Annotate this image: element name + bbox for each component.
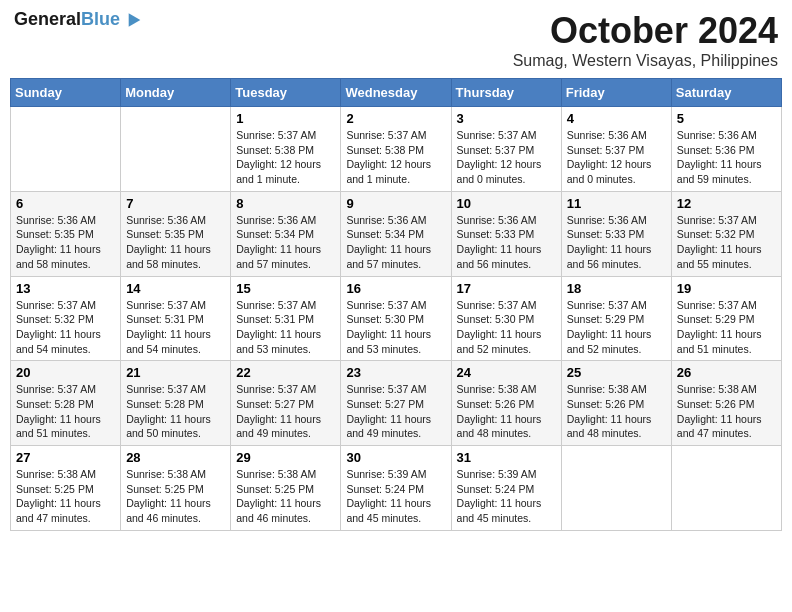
cell-info: Sunrise: 5:37 AMSunset: 5:38 PMDaylight:… [236,128,335,187]
day-number: 5 [677,111,776,126]
day-number: 1 [236,111,335,126]
calendar-cell: 31Sunrise: 5:39 AMSunset: 5:24 PMDayligh… [451,446,561,531]
calendar-cell: 8Sunrise: 5:36 AMSunset: 5:34 PMDaylight… [231,191,341,276]
calendar-header-row: SundayMondayTuesdayWednesdayThursdayFrid… [11,79,782,107]
day-number: 18 [567,281,666,296]
calendar-cell: 22Sunrise: 5:37 AMSunset: 5:27 PMDayligh… [231,361,341,446]
calendar-week-row: 6Sunrise: 5:36 AMSunset: 5:35 PMDaylight… [11,191,782,276]
day-number: 14 [126,281,225,296]
day-number: 25 [567,365,666,380]
calendar-cell: 9Sunrise: 5:36 AMSunset: 5:34 PMDaylight… [341,191,451,276]
calendar-cell: 19Sunrise: 5:37 AMSunset: 5:29 PMDayligh… [671,276,781,361]
cell-info: Sunrise: 5:36 AMSunset: 5:35 PMDaylight:… [126,213,225,272]
day-number: 31 [457,450,556,465]
day-number: 21 [126,365,225,380]
calendar-cell: 12Sunrise: 5:37 AMSunset: 5:32 PMDayligh… [671,191,781,276]
logo-text: GeneralBlue [14,10,120,30]
day-number: 27 [16,450,115,465]
cell-info: Sunrise: 5:37 AMSunset: 5:37 PMDaylight:… [457,128,556,187]
cell-info: Sunrise: 5:38 AMSunset: 5:26 PMDaylight:… [457,382,556,441]
weekday-header: Friday [561,79,671,107]
calendar-cell: 28Sunrise: 5:38 AMSunset: 5:25 PMDayligh… [121,446,231,531]
cell-info: Sunrise: 5:37 AMSunset: 5:30 PMDaylight:… [457,298,556,357]
calendar-cell: 23Sunrise: 5:37 AMSunset: 5:27 PMDayligh… [341,361,451,446]
day-number: 23 [346,365,445,380]
calendar-cell: 13Sunrise: 5:37 AMSunset: 5:32 PMDayligh… [11,276,121,361]
day-number: 28 [126,450,225,465]
calendar-cell: 14Sunrise: 5:37 AMSunset: 5:31 PMDayligh… [121,276,231,361]
calendar-cell: 20Sunrise: 5:37 AMSunset: 5:28 PMDayligh… [11,361,121,446]
cell-info: Sunrise: 5:37 AMSunset: 5:31 PMDaylight:… [126,298,225,357]
day-number: 9 [346,196,445,211]
weekday-header: Thursday [451,79,561,107]
cell-info: Sunrise: 5:37 AMSunset: 5:31 PMDaylight:… [236,298,335,357]
day-number: 3 [457,111,556,126]
calendar-cell: 29Sunrise: 5:38 AMSunset: 5:25 PMDayligh… [231,446,341,531]
day-number: 20 [16,365,115,380]
calendar-cell: 24Sunrise: 5:38 AMSunset: 5:26 PMDayligh… [451,361,561,446]
cell-info: Sunrise: 5:37 AMSunset: 5:29 PMDaylight:… [677,298,776,357]
cell-info: Sunrise: 5:37 AMSunset: 5:32 PMDaylight:… [16,298,115,357]
cell-info: Sunrise: 5:39 AMSunset: 5:24 PMDaylight:… [457,467,556,526]
title-section: October 2024 Sumag, Western Visayas, Phi… [513,10,778,70]
cell-info: Sunrise: 5:37 AMSunset: 5:30 PMDaylight:… [346,298,445,357]
cell-info: Sunrise: 5:36 AMSunset: 5:33 PMDaylight:… [457,213,556,272]
calendar-week-row: 1Sunrise: 5:37 AMSunset: 5:38 PMDaylight… [11,107,782,192]
calendar-cell: 25Sunrise: 5:38 AMSunset: 5:26 PMDayligh… [561,361,671,446]
calendar-cell: 5Sunrise: 5:36 AMSunset: 5:36 PMDaylight… [671,107,781,192]
calendar-cell [121,107,231,192]
calendar-cell [11,107,121,192]
calendar-cell: 7Sunrise: 5:36 AMSunset: 5:35 PMDaylight… [121,191,231,276]
calendar-cell [671,446,781,531]
day-number: 30 [346,450,445,465]
day-number: 22 [236,365,335,380]
weekday-header: Tuesday [231,79,341,107]
cell-info: Sunrise: 5:38 AMSunset: 5:25 PMDaylight:… [236,467,335,526]
cell-info: Sunrise: 5:39 AMSunset: 5:24 PMDaylight:… [346,467,445,526]
calendar-cell: 26Sunrise: 5:38 AMSunset: 5:26 PMDayligh… [671,361,781,446]
month-title: October 2024 [513,10,778,52]
calendar-cell: 3Sunrise: 5:37 AMSunset: 5:37 PMDaylight… [451,107,561,192]
cell-info: Sunrise: 5:37 AMSunset: 5:28 PMDaylight:… [126,382,225,441]
calendar-cell: 15Sunrise: 5:37 AMSunset: 5:31 PMDayligh… [231,276,341,361]
cell-info: Sunrise: 5:37 AMSunset: 5:29 PMDaylight:… [567,298,666,357]
calendar-week-row: 27Sunrise: 5:38 AMSunset: 5:25 PMDayligh… [11,446,782,531]
cell-info: Sunrise: 5:38 AMSunset: 5:25 PMDaylight:… [126,467,225,526]
day-number: 6 [16,196,115,211]
calendar-cell: 10Sunrise: 5:36 AMSunset: 5:33 PMDayligh… [451,191,561,276]
page-header: GeneralBlue October 2024 Sumag, Western … [10,10,782,70]
calendar-cell [561,446,671,531]
calendar-cell: 11Sunrise: 5:36 AMSunset: 5:33 PMDayligh… [561,191,671,276]
calendar-cell: 18Sunrise: 5:37 AMSunset: 5:29 PMDayligh… [561,276,671,361]
weekday-header: Sunday [11,79,121,107]
day-number: 15 [236,281,335,296]
calendar-cell: 30Sunrise: 5:39 AMSunset: 5:24 PMDayligh… [341,446,451,531]
weekday-header: Monday [121,79,231,107]
day-number: 11 [567,196,666,211]
calendar-cell: 6Sunrise: 5:36 AMSunset: 5:35 PMDaylight… [11,191,121,276]
calendar-cell: 4Sunrise: 5:36 AMSunset: 5:37 PMDaylight… [561,107,671,192]
calendar-cell: 27Sunrise: 5:38 AMSunset: 5:25 PMDayligh… [11,446,121,531]
day-number: 8 [236,196,335,211]
day-number: 12 [677,196,776,211]
calendar-table: SundayMondayTuesdayWednesdayThursdayFrid… [10,78,782,531]
weekday-header: Wednesday [341,79,451,107]
cell-info: Sunrise: 5:37 AMSunset: 5:28 PMDaylight:… [16,382,115,441]
calendar-cell: 21Sunrise: 5:37 AMSunset: 5:28 PMDayligh… [121,361,231,446]
day-number: 2 [346,111,445,126]
calendar-cell: 17Sunrise: 5:37 AMSunset: 5:30 PMDayligh… [451,276,561,361]
cell-info: Sunrise: 5:36 AMSunset: 5:37 PMDaylight:… [567,128,666,187]
logo: GeneralBlue [14,10,142,30]
cell-info: Sunrise: 5:37 AMSunset: 5:27 PMDaylight:… [346,382,445,441]
day-number: 16 [346,281,445,296]
day-number: 26 [677,365,776,380]
cell-info: Sunrise: 5:37 AMSunset: 5:38 PMDaylight:… [346,128,445,187]
weekday-header: Saturday [671,79,781,107]
cell-info: Sunrise: 5:36 AMSunset: 5:35 PMDaylight:… [16,213,115,272]
cell-info: Sunrise: 5:36 AMSunset: 5:34 PMDaylight:… [346,213,445,272]
calendar-week-row: 20Sunrise: 5:37 AMSunset: 5:28 PMDayligh… [11,361,782,446]
day-number: 17 [457,281,556,296]
svg-marker-0 [129,13,141,26]
cell-info: Sunrise: 5:36 AMSunset: 5:33 PMDaylight:… [567,213,666,272]
calendar-week-row: 13Sunrise: 5:37 AMSunset: 5:32 PMDayligh… [11,276,782,361]
